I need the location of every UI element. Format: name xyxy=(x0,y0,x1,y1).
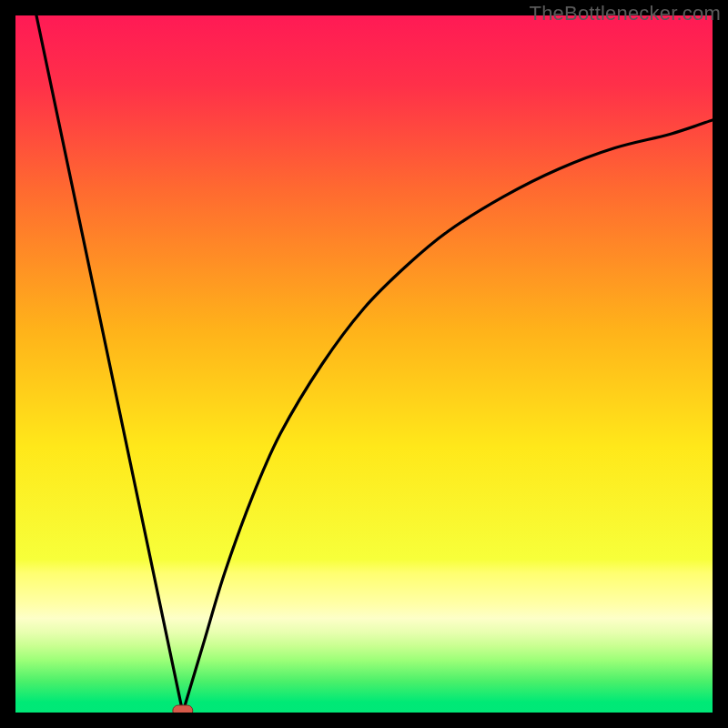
optimum-marker xyxy=(173,705,193,713)
attribution-text: TheBottlenecker.com xyxy=(530,2,721,25)
gradient-background xyxy=(15,15,713,713)
chart-svg xyxy=(15,15,713,713)
chart-frame xyxy=(15,15,713,713)
